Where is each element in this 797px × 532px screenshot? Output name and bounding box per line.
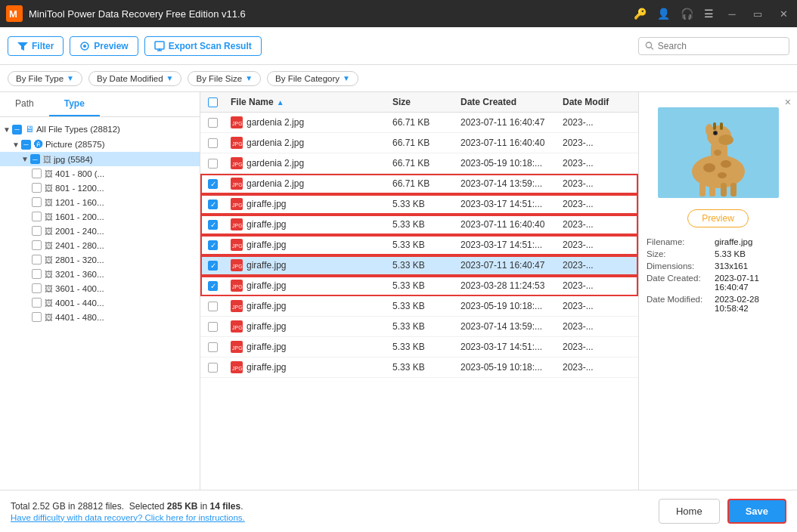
tree-item-2001[interactable]: 🖼 2001 - 240... xyxy=(0,224,200,238)
image-icon-3201: 🖼 xyxy=(45,270,53,279)
tree-item-3201[interactable]: 🖼 3201 - 360... xyxy=(0,267,200,281)
file-row[interactable]: ✓ JPG giraffe.jpg 5.33 KB 2023-03-17 14:… xyxy=(200,235,638,255)
filter-date-button[interactable]: By Date Modified ▼ xyxy=(88,71,181,86)
file-row[interactable]: ✓ JPG gardenia 2.jpg 66.71 KB 2023-07-14… xyxy=(200,174,638,194)
file-row[interactable]: JPG giraffe.jpg 5.33 KB 2023-07-14 13:59… xyxy=(200,317,638,337)
close-button[interactable]: ✕ xyxy=(776,6,791,21)
jpg-file-icon: JPG xyxy=(231,361,243,373)
row-checkbox[interactable] xyxy=(208,363,218,373)
tree-item-2401[interactable]: 🖼 2401 - 280... xyxy=(0,238,200,252)
file-date-modified: 2023-... xyxy=(563,321,631,332)
tree-item-jpg[interactable]: ▼ ─ 🖼 jpg (5584) xyxy=(0,152,200,166)
tree-checkbox-2001[interactable] xyxy=(32,226,42,236)
file-size: 66.71 KB xyxy=(392,138,461,148)
tree-checkbox-3201[interactable] xyxy=(32,269,42,279)
tree-checkbox-all[interactable]: ─ xyxy=(12,125,22,135)
tree-item-1601[interactable]: 🖼 1601 - 200... xyxy=(0,209,200,224)
row-checkbox[interactable] xyxy=(208,302,218,311)
row-checkbox[interactable] xyxy=(208,159,218,169)
tree-checkbox-401[interactable] xyxy=(32,169,42,178)
date-created-label: Date Created: xyxy=(647,274,715,292)
file-row[interactable]: JPG gardenia 2.jpg 66.71 KB 2023-07-11 1… xyxy=(200,133,638,153)
tab-path[interactable]: Path xyxy=(0,92,49,116)
restore-button[interactable]: ▭ xyxy=(750,6,765,21)
jpg-file-icon: JPG xyxy=(231,300,243,312)
tree-label-1601: 1601 - 200... xyxy=(55,212,104,221)
user-icon[interactable]: 👤 xyxy=(657,8,670,20)
tab-type[interactable]: Type xyxy=(49,92,100,116)
svg-rect-53 xyxy=(730,183,737,196)
help-link[interactable]: Have difficulty with data recovery? Clic… xyxy=(11,513,245,522)
tree-item-401[interactable]: 🖼 401 - 800 (... xyxy=(0,166,200,181)
tree-item-4401[interactable]: 🖼 4401 - 480... xyxy=(0,310,200,324)
tree-item-all[interactable]: ▼ ─ 🖥 All File Types (28812) xyxy=(0,122,200,137)
search-input[interactable] xyxy=(658,41,783,51)
filter-size-button[interactable]: By File Size ▼ xyxy=(188,71,261,86)
home-button[interactable]: Home xyxy=(659,499,720,524)
preview-close-button[interactable]: × xyxy=(785,96,791,108)
file-row[interactable]: ✓ JPG giraffe.jpg 5.33 KB 2023-03-17 14:… xyxy=(200,194,638,215)
filter-button[interactable]: Filter xyxy=(8,36,64,56)
file-row[interactable]: JPG gardenia 2.jpg 66.71 KB 2023-07-11 1… xyxy=(200,113,638,133)
tree-checkbox-3601[interactable] xyxy=(32,283,42,293)
preview-button[interactable]: Preview xyxy=(70,36,138,56)
tree-item-1201[interactable]: 🖼 1201 - 160... xyxy=(0,195,200,209)
tree-checkbox-picture[interactable]: ─ xyxy=(21,140,31,150)
headphone-icon[interactable]: 🎧 xyxy=(681,8,693,20)
svg-text:JPG: JPG xyxy=(232,121,243,126)
file-row[interactable]: JPG giraffe.jpg 5.33 KB 2023-05-19 10:18… xyxy=(200,357,638,378)
file-row[interactable]: ✓ JPG giraffe.jpg 5.33 KB 2023-07-11 16:… xyxy=(200,255,638,276)
export-icon xyxy=(154,41,165,51)
tree-checkbox-4001[interactable] xyxy=(32,298,42,308)
tree-checkbox-jpg[interactable]: ─ xyxy=(30,154,40,164)
tree-item-4001[interactable]: 🖼 4001 - 440... xyxy=(0,295,200,310)
row-checkbox[interactable] xyxy=(208,118,218,128)
preview-action-button[interactable]: Preview xyxy=(687,209,749,227)
key-icon[interactable]: 🔑 xyxy=(634,8,647,20)
file-row[interactable]: JPG gardenia 2.jpg 66.71 KB 2023-05-19 1… xyxy=(200,153,638,174)
tree-item-picture[interactable]: ▼ ─ 🅐 Picture (28575) xyxy=(0,137,200,152)
chevron-down-icon2: ▼ xyxy=(166,74,174,82)
row-checkbox[interactable] xyxy=(208,138,218,148)
search-box[interactable] xyxy=(638,37,789,55)
filter-category-button[interactable]: By File Category ▼ xyxy=(267,71,358,86)
menu-icon[interactable]: ☰ xyxy=(704,8,714,20)
svg-text:JPG: JPG xyxy=(232,305,243,310)
header-check xyxy=(208,97,231,107)
minimize-button[interactable]: ─ xyxy=(724,6,740,21)
tree-checkbox-1601[interactable] xyxy=(32,212,42,221)
svg-text:JPG: JPG xyxy=(232,203,243,208)
tree-checkbox-4401[interactable] xyxy=(32,312,42,322)
export-button[interactable]: Export Scan Result xyxy=(144,36,262,56)
row-checkbox[interactable]: ✓ xyxy=(208,200,218,209)
row-checkbox[interactable] xyxy=(208,342,218,352)
file-size: 66.71 KB xyxy=(392,158,461,169)
tree-checkbox-2801[interactable] xyxy=(32,255,42,264)
tree-checkbox-2401[interactable] xyxy=(32,240,42,250)
tree-item-2801[interactable]: 🖼 2801 - 320... xyxy=(0,252,200,267)
row-checkbox[interactable]: ✓ xyxy=(208,220,218,230)
app-logo: M xyxy=(6,5,23,22)
row-checkbox[interactable]: ✓ xyxy=(208,281,218,291)
row-checkbox[interactable]: ✓ xyxy=(208,240,218,250)
row-checkbox[interactable] xyxy=(208,322,218,332)
file-row[interactable]: JPG giraffe.jpg 5.33 KB 2023-05-19 10:18… xyxy=(200,296,638,317)
tree-item-801[interactable]: 🖼 801 - 1200... xyxy=(0,181,200,195)
file-row[interactable]: JPG giraffe.jpg 5.33 KB 2023-03-17 14:51… xyxy=(200,337,638,357)
save-button[interactable]: Save xyxy=(727,499,786,524)
image-icon-2401: 🖼 xyxy=(45,241,53,250)
size-value: 5.33 KB xyxy=(715,249,746,258)
file-date-modified: 2023-... xyxy=(563,280,631,291)
row-checkbox[interactable]: ✓ xyxy=(208,261,218,271)
file-row[interactable]: ✓ JPG giraffe.jpg 5.33 KB 2023-03-28 11:… xyxy=(200,276,638,296)
caret-icon: ▼ xyxy=(3,125,11,134)
file-row[interactable]: ✓ JPG giraffe.jpg 5.33 KB 2023-07-11 16:… xyxy=(200,215,638,235)
header-checkbox[interactable] xyxy=(208,97,218,107)
filename-label: Filename: xyxy=(647,237,715,246)
tree-checkbox-1201[interactable] xyxy=(32,197,42,207)
tree-checkbox-801[interactable] xyxy=(32,183,42,193)
tree-item-3601[interactable]: 🖼 3601 - 400... xyxy=(0,281,200,295)
preview-metadata: Filename: giraffe.jpg Size: 5.33 KB Dime… xyxy=(647,237,789,316)
row-checkbox[interactable]: ✓ xyxy=(208,179,218,189)
filter-type-button[interactable]: By File Type ▼ xyxy=(8,71,82,86)
